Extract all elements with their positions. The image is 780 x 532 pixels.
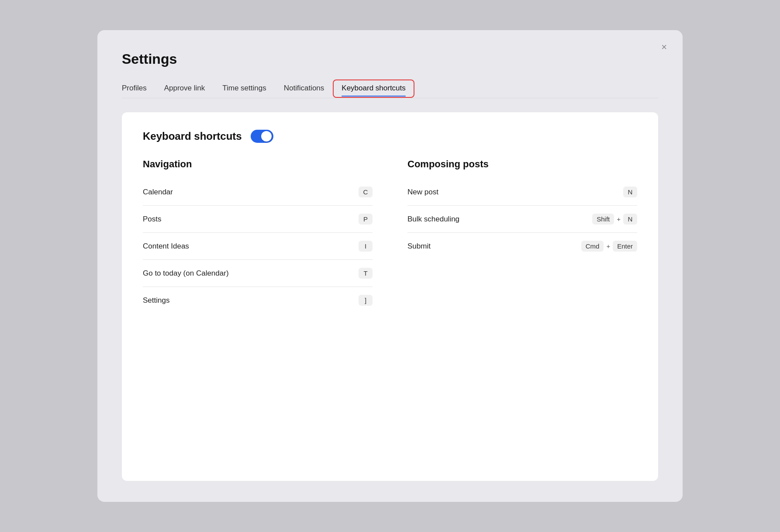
tab-notifications[interactable]: Notifications (275, 79, 333, 98)
shortcut-row-posts: Posts P (143, 206, 373, 233)
key-badge-n2: N (623, 214, 637, 225)
tab-time-settings[interactable]: Time settings (214, 79, 275, 98)
shortcut-keys-posts: P (359, 214, 373, 225)
settings-tabs: Profiles Approve link Time settings Noti… (122, 79, 658, 98)
key-badge-bracket: ] (359, 295, 373, 306)
shortcut-keys-content-ideas: I (359, 241, 373, 252)
key-badge-p: P (359, 214, 373, 225)
key-badge-enter: Enter (613, 241, 637, 252)
shortcut-keys-bulk-scheduling: Shift + N (592, 214, 637, 225)
card-header: Keyboard shortcuts (143, 130, 637, 143)
shortcut-keys-calendar: C (359, 187, 373, 197)
shortcut-label-calendar: Calendar (143, 188, 173, 197)
shortcut-row-submit: Submit Cmd + Enter (407, 233, 637, 259)
shortcut-row-calendar: Calendar C (143, 179, 373, 206)
shortcut-row-new-post: New post N (407, 179, 637, 206)
shortcut-label-go-today: Go to today (on Calendar) (143, 269, 229, 278)
toggle-thumb (261, 131, 272, 142)
shortcut-label-posts: Posts (143, 215, 162, 224)
key-badge-shift: Shift (592, 214, 614, 225)
key-badge-t: T (359, 268, 373, 279)
plus-sign-2: + (606, 242, 610, 250)
shortcut-keys-new-post: N (623, 187, 637, 197)
navigation-section: Navigation Calendar C Posts P Content Id… (143, 159, 373, 314)
tab-approve-link[interactable]: Approve link (155, 79, 214, 98)
shortcuts-grid: Navigation Calendar C Posts P Content Id… (143, 159, 637, 314)
keyboard-shortcuts-toggle[interactable] (251, 130, 273, 143)
close-button[interactable]: × (659, 41, 669, 54)
tab-profiles[interactable]: Profiles (122, 79, 155, 98)
key-badge-n: N (623, 187, 637, 197)
composing-title: Composing posts (407, 159, 637, 170)
shortcut-row-bulk-scheduling: Bulk scheduling Shift + N (407, 206, 637, 233)
content-card: Keyboard shortcuts Navigation Calendar C… (122, 112, 658, 481)
composing-section: Composing posts New post N Bulk scheduli… (407, 159, 637, 314)
shortcut-row-go-today: Go to today (on Calendar) T (143, 260, 373, 287)
shortcut-label-settings: Settings (143, 296, 169, 305)
navigation-title: Navigation (143, 159, 373, 170)
settings-modal: × Settings Profiles Approve link Time se… (97, 30, 683, 502)
key-badge-c: C (359, 187, 373, 197)
plus-sign-1: + (617, 215, 621, 223)
shortcut-label-submit: Submit (407, 242, 431, 251)
tab-keyboard-shortcuts[interactable]: Keyboard shortcuts (333, 79, 414, 98)
key-badge-cmd: Cmd (581, 241, 604, 252)
shortcut-keys-go-today: T (359, 268, 373, 279)
shortcut-row-settings: Settings ] (143, 287, 373, 314)
card-section-title: Keyboard shortcuts (143, 130, 242, 142)
shortcut-label-bulk-scheduling: Bulk scheduling (407, 215, 459, 224)
modal-title: Settings (122, 51, 658, 67)
shortcut-keys-submit: Cmd + Enter (581, 241, 637, 252)
key-badge-i: I (359, 241, 373, 252)
shortcut-label-content-ideas: Content Ideas (143, 242, 189, 251)
shortcut-row-content-ideas: Content Ideas I (143, 233, 373, 260)
shortcut-label-new-post: New post (407, 188, 438, 197)
shortcut-keys-settings: ] (359, 295, 373, 306)
